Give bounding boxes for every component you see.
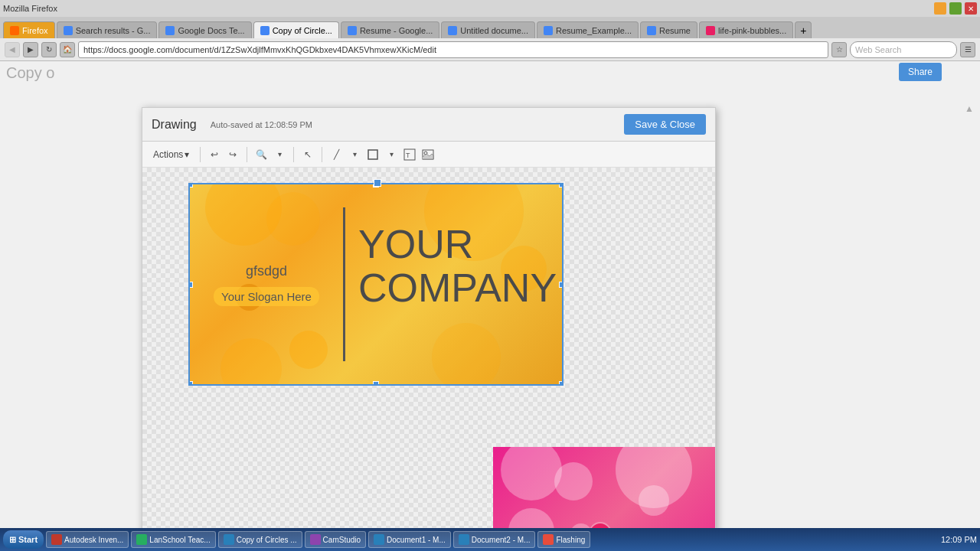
new-tab-button[interactable]: + <box>795 21 812 38</box>
undo-button[interactable]: ↩ <box>207 147 222 162</box>
text-tool[interactable]: T <box>402 147 417 162</box>
taskbar-lanschool[interactable]: LanSchool Teac... <box>131 531 215 548</box>
close-btn[interactable]: ✕ <box>965 2 977 15</box>
handle-middle-left[interactable] <box>188 282 193 288</box>
tab-resume[interactable]: Resume <box>640 21 697 38</box>
bookmark-button[interactable]: ☆ <box>831 42 847 57</box>
card-divider <box>343 207 345 361</box>
handle-bottom-center[interactable] <box>373 381 379 386</box>
taskbar-copy-circles[interactable]: Copy of Circles ... <box>218 531 302 548</box>
tab-untitled-doc[interactable]: Untitled docume... <box>441 21 535 38</box>
tab-search-results[interactable]: Search results - G... <box>57 21 158 38</box>
start-button[interactable]: ⊞ Start <box>3 530 44 549</box>
camstudio-icon <box>310 534 321 545</box>
drawing-canvas[interactable]: gfsdgd Your Slogan Here YOUR COMPANY <box>142 168 715 551</box>
drawing-toolbar: Actions ▾ ↩ ↪ 🔍 ▾ ↖ ╱ ▾ ▾ T <box>142 142 715 168</box>
home-button[interactable]: 🏠 <box>60 42 75 57</box>
taskbar-doc2[interactable]: Document2 - M... <box>453 531 536 548</box>
search-bar[interactable]: Web Search <box>850 41 957 58</box>
tab-google-docs-te[interactable]: Google Docs Te... <box>158 21 251 38</box>
handle-top-right[interactable] <box>559 183 564 187</box>
actions-menu[interactable]: Actions ▾ <box>149 147 194 162</box>
browser-navbar: ◀ ▶ ↻ 🏠 https://docs.google.com/document… <box>0 38 980 61</box>
browser-titlebar: Mozilla Firefox ✕ <box>0 0 980 17</box>
minimize-btn[interactable] <box>934 2 946 15</box>
handle-middle-right[interactable] <box>559 282 564 288</box>
drawing-modal: Drawing Auto-saved at 12:08:59 PM Save &… <box>142 107 716 551</box>
line-tool[interactable]: ╱ <box>328 147 344 162</box>
maximize-btn[interactable] <box>949 2 962 15</box>
redo-button[interactable]: ↪ <box>225 147 240 162</box>
tab-resume-google[interactable]: Resume - Google... <box>341 21 439 38</box>
shape-tool[interactable] <box>365 147 381 162</box>
pointer-tool[interactable]: ↖ <box>300 147 315 162</box>
tab-life-pink[interactable]: life-pink-bubbles... <box>699 21 793 38</box>
menu-button[interactable]: ☰ <box>960 42 975 57</box>
drawing-title: Drawing <box>152 118 197 132</box>
share-button[interactable]: Share <box>899 63 942 81</box>
handle-bottom-right[interactable] <box>559 381 564 386</box>
flashing-icon <box>543 534 554 545</box>
image-tool[interactable] <box>420 147 436 162</box>
card-left: gfsdgd Your Slogan Here <box>190 184 343 384</box>
zoom-dropdown[interactable]: ▾ <box>272 147 287 162</box>
drawing-header: Drawing Auto-saved at 12:08:59 PM Save &… <box>142 108 715 142</box>
browser-chrome: Mozilla Firefox ✕ Firefox Search results… <box>0 0 980 61</box>
forward-button[interactable]: ▶ <box>23 42 38 57</box>
tab-copy-of-circle[interactable]: Copy of Circle... <box>253 21 339 38</box>
tab-resume-example[interactable]: Resume_Example... <box>537 21 639 38</box>
autosaved-label: Auto-saved at 12:08:59 PM <box>211 120 312 129</box>
taskbar-time: 12:09 PM <box>941 534 977 545</box>
selection-anchor <box>374 179 381 187</box>
reload-button[interactable]: ↻ <box>41 42 57 57</box>
doc2-icon <box>459 534 469 545</box>
business-card[interactable]: gfsdgd Your Slogan Here YOUR COMPANY <box>188 183 564 386</box>
save-close-button[interactable]: Save & Close <box>624 114 706 135</box>
card-name: gfsdgd <box>246 263 287 279</box>
toolbar-separator-1 <box>200 147 201 162</box>
line-dropdown[interactable]: ▾ <box>347 147 362 162</box>
taskbar-doc1[interactable]: Document1 - M... <box>368 531 451 548</box>
handle-bottom-left[interactable] <box>188 381 193 386</box>
toolbar-separator-2 <box>247 147 247 162</box>
doc1-icon <box>374 534 384 545</box>
svg-rect-0 <box>368 150 377 159</box>
page-background: Copy o Share ▲ Drawing Auto-saved at 12:… <box>0 61 980 528</box>
url-bar[interactable]: https://docs.google.com/document/d/1ZzSw… <box>78 41 828 58</box>
card-company-name: YOUR COMPANY <box>358 223 557 310</box>
svg-text:T: T <box>406 152 410 159</box>
scroll-indicator[interactable]: ▲ <box>965 103 974 114</box>
back-button[interactable]: ◀ <box>5 42 20 57</box>
copy-circles-icon <box>224 534 234 545</box>
lanschool-icon <box>136 534 147 545</box>
taskbar-autodesk[interactable]: Autodesk Inven... <box>46 531 129 548</box>
browser-tabs: Firefox Search results - G... Google Doc… <box>0 17 980 38</box>
taskbar-camstudio[interactable]: CamStudio <box>305 531 366 548</box>
toolbar-separator-4 <box>322 147 322 162</box>
zoom-button[interactable]: 🔍 <box>253 147 269 162</box>
browser-title: Mozilla Firefox <box>3 4 57 13</box>
taskbar-flashing[interactable]: Flashing <box>537 531 590 548</box>
toolbar-separator-3 <box>293 147 294 162</box>
taskbar: ⊞ Start Autodesk Inven... LanSchool Teac… <box>0 528 980 551</box>
autodesk-icon <box>51 534 62 545</box>
shape-dropdown[interactable]: ▾ <box>384 147 399 162</box>
docs-page-title: Copy o <box>6 64 54 82</box>
card-slogan: Your Slogan Here <box>214 287 319 306</box>
docs-share-area: Share <box>899 63 942 81</box>
handle-top-left[interactable] <box>188 183 193 187</box>
tab-firefox[interactable]: Firefox <box>3 21 55 38</box>
